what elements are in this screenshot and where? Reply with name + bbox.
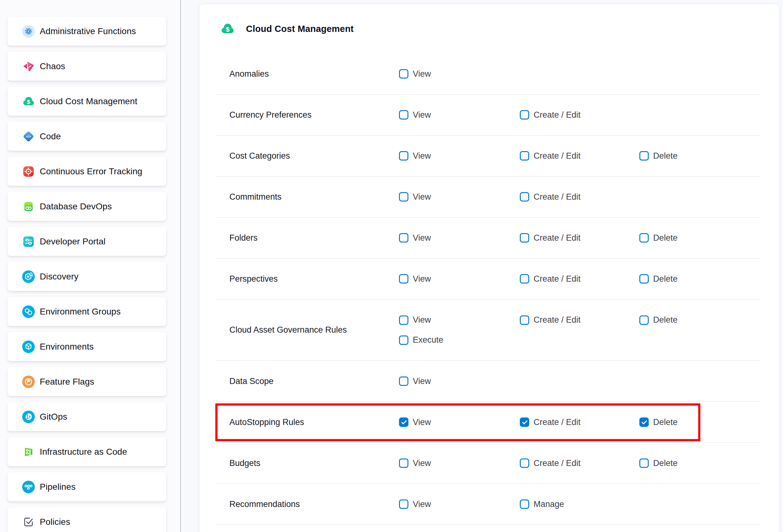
permission-row-cost-categories: Cost CategoriesViewCreate / EditDelete [216, 135, 760, 177]
sidebar-item-gitops[interactable]: GitOps [7, 402, 166, 431]
permission-cell: View [399, 151, 520, 161]
view-checkbox[interactable] [399, 274, 408, 284]
permissions-screen: Administrative FunctionsChaos$Cloud Cost… [0, 0, 783, 532]
view-checkbox[interactable] [399, 69, 408, 79]
delete-checkbox[interactable] [639, 417, 649, 427]
sidebar-item-environments[interactable]: Environments [7, 332, 166, 361]
view-checkbox[interactable] [399, 192, 408, 201]
sidebar-item-continuous-error-tracking[interactable]: Continuous Error Tracking [7, 157, 166, 186]
sidebar-item-database-devops[interactable]: Database DevOps [7, 192, 166, 221]
module-sidebar: Administrative FunctionsChaos$Cloud Cost… [0, 0, 180, 532]
permission-label: Create / Edit [534, 192, 581, 202]
sidebar-item-environment-groups[interactable]: Environment Groups [7, 297, 166, 326]
permission-label: Delete [653, 459, 678, 468]
permission-label: View [413, 192, 431, 202]
permission-grid: ViewCreate / Edit [399, 192, 760, 202]
delete-checkbox[interactable] [639, 233, 649, 243]
sidebar-item-label: Administrative Functions [40, 26, 136, 36]
policy-checkbox-icon [22, 515, 35, 529]
permission-cell: Create / Edit [520, 110, 639, 120]
permission-cell: View [399, 315, 520, 325]
permission-label: View [413, 459, 431, 468]
delete-checkbox[interactable] [639, 151, 649, 160]
sidebar-item-chaos[interactable]: Chaos [7, 52, 166, 81]
permission-label: Delete [653, 151, 678, 161]
code-icon: </> [22, 130, 35, 143]
sidebar-item-feature-flags[interactable]: Feature Flags [7, 367, 166, 396]
create-edit-checkbox[interactable] [520, 192, 529, 201]
manage-checkbox[interactable] [520, 499, 529, 509]
permission-label: Manage [534, 499, 564, 509]
sidebar-item-administrative-functions[interactable]: Administrative Functions [7, 17, 166, 46]
view-checkbox[interactable] [399, 315, 408, 325]
delete-checkbox[interactable] [639, 459, 649, 468]
permission-label: Create / Edit [534, 151, 581, 161]
sidebar-item-discovery[interactable]: Discovery [7, 262, 166, 291]
permission-grid: ViewCreate / EditDelete [399, 417, 760, 427]
sidebar-item-label: Developer Portal [40, 237, 105, 247]
create-edit-checkbox[interactable] [520, 233, 529, 243]
permission-label: Delete [653, 274, 678, 284]
error-tracking-target-icon [22, 165, 35, 178]
sidebar-item-label: Cloud Cost Management [40, 96, 137, 106]
sidebar-item-label: Database DevOps [40, 201, 112, 212]
permission-cell: Delete [639, 274, 760, 284]
module-list: Administrative FunctionsChaos$Cloud Cost… [7, 17, 174, 532]
svg-text:$: $ [27, 98, 30, 105]
resource-label: Folders [216, 233, 399, 243]
permission-label: View [413, 376, 431, 386]
view-checkbox[interactable] [399, 417, 408, 427]
permission-row-perspectives: PerspectivesViewCreate / EditDelete [216, 258, 760, 300]
permission-row-currency-preferences: Currency PreferencesViewCreate / Edit [216, 95, 760, 135]
permission-row-recommendations: RecommendationsViewManage [216, 484, 760, 525]
permission-row-anomalies: AnomaliesView [216, 54, 760, 95]
svg-text:$: $ [226, 26, 230, 33]
sidebar-item-label: Continuous Error Tracking [40, 166, 143, 177]
resource-label: Commitments [216, 192, 399, 202]
permission-label: View [413, 315, 431, 325]
permission-row-budgets: BudgetsViewCreate / EditDelete [216, 443, 760, 484]
permission-cell: View [399, 459, 520, 468]
create-edit-checkbox[interactable] [520, 110, 529, 120]
cloud-dollar-icon: $ [220, 21, 235, 36]
gear-icon [22, 25, 35, 38]
sidebar-item-infrastructure-as-code[interactable]: Infrastructure as Code [7, 437, 166, 466]
sidebar-item-developer-portal[interactable]: Developer Portal [7, 227, 166, 256]
sidebar-divider [180, 0, 181, 532]
view-checkbox[interactable] [399, 151, 408, 160]
delete-checkbox[interactable] [639, 274, 649, 284]
permissions-table: AnomaliesViewCurrency PreferencesViewCre… [216, 54, 760, 525]
permission-cell: Create / Edit [520, 459, 639, 468]
create-edit-checkbox[interactable] [520, 315, 529, 325]
execute-checkbox[interactable] [399, 336, 408, 345]
resource-label: AutoStopping Rules [216, 417, 399, 427]
create-edit-checkbox[interactable] [520, 151, 529, 160]
permission-cell: Delete [639, 459, 760, 468]
view-checkbox[interactable] [399, 376, 408, 386]
chaos-icon [22, 60, 35, 73]
delete-checkbox[interactable] [639, 315, 649, 325]
permission-label: View [413, 69, 431, 79]
create-edit-checkbox[interactable] [520, 274, 529, 284]
permission-label: View [413, 151, 431, 161]
permission-cell: Manage [520, 499, 639, 509]
view-checkbox[interactable] [399, 499, 408, 509]
permission-label: Delete [653, 315, 678, 325]
permission-cell: View [399, 233, 520, 243]
create-edit-checkbox[interactable] [520, 417, 529, 427]
create-edit-checkbox[interactable] [520, 459, 529, 468]
view-checkbox[interactable] [399, 233, 408, 243]
permission-cell: Create / Edit [520, 151, 639, 161]
permission-cell: View [399, 376, 520, 386]
environment-groups-icon [22, 305, 35, 318]
sidebar-item-code[interactable]: </>Code [7, 122, 166, 151]
permission-cell: View [399, 110, 520, 120]
permissions-panel: $ Cloud Cost Management AnomaliesViewCur… [199, 4, 779, 532]
resource-label: Cost Categories [216, 151, 399, 161]
sidebar-item-policies[interactable]: Policies [7, 507, 166, 532]
view-checkbox[interactable] [399, 459, 408, 468]
sidebar-item-cloud-cost-management[interactable]: $Cloud Cost Management [7, 87, 166, 116]
permission-label: Create / Edit [534, 110, 581, 120]
sidebar-item-pipelines[interactable]: Pipelines [7, 472, 166, 501]
view-checkbox[interactable] [399, 110, 408, 120]
